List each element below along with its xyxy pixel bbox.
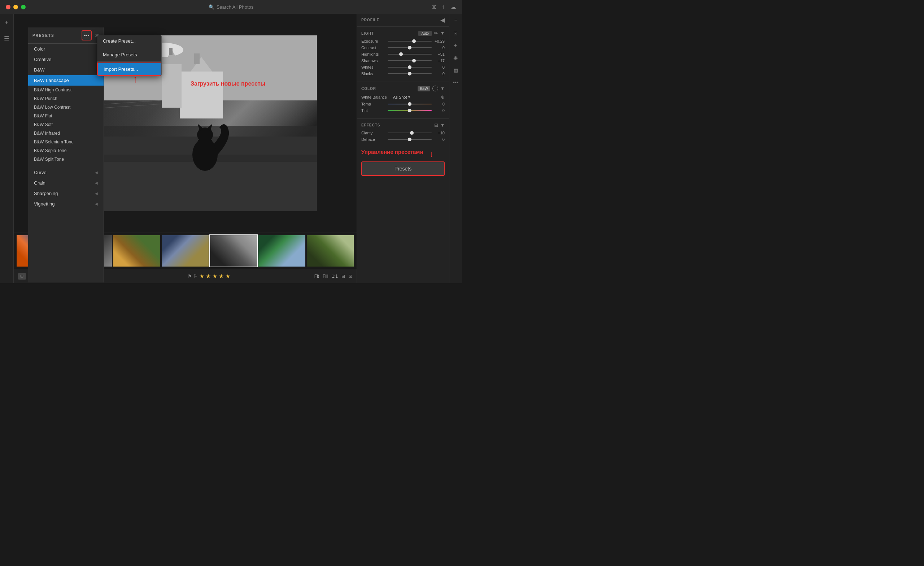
tint-label: Tint: [361, 108, 385, 113]
svg-rect-5: [194, 53, 200, 64]
add-icon[interactable]: +: [2, 18, 11, 27]
filmstrip-thumb-3[interactable]: [113, 235, 160, 266]
svg-rect-6: [162, 64, 182, 108]
create-preset-item[interactable]: Create Preset...: [97, 35, 161, 47]
shadows-row: Shadows +17: [361, 59, 445, 63]
presets-title: PRESETS: [33, 33, 54, 38]
zoom-label[interactable]: 1:1: [332, 274, 338, 279]
star-1[interactable]: ★: [199, 273, 204, 280]
clarity-track[interactable]: [388, 132, 432, 133]
heal-icon[interactable]: ✦: [453, 43, 458, 48]
whites-row: Whites 0: [361, 65, 445, 69]
preset-item-bw-flat[interactable]: B&W Flat: [28, 111, 104, 120]
edit-icon[interactable]: ✏: [434, 30, 438, 36]
profile-header: PROFILE ◀: [357, 14, 449, 27]
grid-view-btn[interactable]: ⊞: [18, 273, 26, 280]
dehaze-track[interactable]: [388, 139, 432, 140]
preset-item-bw-sepia[interactable]: B&W Sepia Tone: [28, 146, 104, 155]
highlights-label: Highlights: [361, 52, 385, 56]
share-icon[interactable]: ↑: [442, 4, 445, 10]
dots-menu-button[interactable]: •••: [82, 30, 92, 41]
eyedropper-icon[interactable]: ⊕: [441, 94, 445, 100]
dehaze-value: 0: [435, 137, 445, 142]
fill-label[interactable]: Fill: [322, 274, 328, 279]
color-chevron-icon[interactable]: ▼: [440, 86, 445, 91]
toolbar-center: ⚑ ⚐ ★ ★ ★ ★ ★: [163, 273, 255, 280]
color-circle-icon[interactable]: [432, 86, 438, 91]
preset-item-bw-selenium[interactable]: B&W Selenium Tone: [28, 138, 104, 146]
clarity-row: Clarity +10: [361, 131, 445, 135]
star-5[interactable]: ★: [225, 273, 230, 280]
temp-track[interactable]: [388, 104, 432, 104]
cloud-icon[interactable]: ☁: [450, 4, 456, 11]
filmstrip-thumb-7[interactable]: [307, 235, 354, 266]
exposure-value: +0,29: [435, 39, 445, 43]
blacks-track[interactable]: [388, 73, 432, 74]
dropdown-divider-2: [97, 62, 161, 62]
shadows-track[interactable]: [388, 60, 432, 61]
preset-category-vignetting[interactable]: Vignetting◀: [28, 199, 104, 209]
whites-track[interactable]: [388, 67, 432, 68]
profile-chevron-icon[interactable]: ◀: [440, 17, 445, 24]
search-bar[interactable]: 🔍 Search All Photos: [208, 5, 254, 10]
effects-chevron-icon[interactable]: ▼: [440, 123, 445, 128]
fit-label[interactable]: Fit: [314, 274, 319, 279]
minimize-button[interactable]: [14, 5, 18, 9]
close-button[interactable]: [6, 5, 10, 9]
preset-item-creative[interactable]: Creative: [28, 54, 104, 65]
filter-icon[interactable]: ⧖: [432, 4, 436, 10]
tint-track[interactable]: [388, 110, 432, 111]
star-2[interactable]: ★: [206, 273, 211, 280]
contrast-track[interactable]: [388, 47, 432, 48]
filmstrip-thumb-4[interactable]: [162, 235, 208, 266]
maximize-button[interactable]: [21, 5, 26, 9]
left-sidebar: + ☰: [0, 14, 14, 283]
temp-value: 0: [435, 102, 445, 106]
preset-category-curve[interactable]: Curve◀: [28, 167, 104, 178]
preset-item-color[interactable]: Color: [28, 44, 104, 54]
preset-item-bw[interactable]: B&W: [28, 65, 104, 75]
star-4[interactable]: ★: [219, 273, 224, 280]
import-presets-item[interactable]: Import Presets...: [97, 62, 161, 76]
preset-category-sharpening[interactable]: Sharpening◀: [28, 188, 104, 199]
crop-icon[interactable]: ⊡: [453, 30, 458, 36]
filmstrip-thumb-5[interactable]: [210, 235, 257, 266]
manage-presets-item[interactable]: Manage Presets: [97, 49, 161, 61]
star-3[interactable]: ★: [212, 273, 217, 280]
svg-rect-8: [169, 48, 172, 55]
grain-arrow-icon: ◀: [95, 181, 98, 185]
compare-icon[interactable]: ⊟: [342, 274, 345, 279]
flag-icon[interactable]: ⚑: [188, 273, 192, 279]
bw-button[interactable]: B&W: [418, 86, 430, 91]
preset-item-bw-split[interactable]: B&W Split Tone: [28, 155, 104, 164]
info-icon[interactable]: ⊡: [349, 274, 352, 279]
blacks-row: Blacks 0: [361, 72, 445, 76]
histogram-icon[interactable]: ≡: [454, 18, 457, 24]
wb-chevron-icon: ▾: [408, 95, 410, 99]
presets-button[interactable]: Presets: [361, 161, 445, 176]
reject-icon[interactable]: ⚐: [194, 273, 198, 279]
filter-icon[interactable]: ▦: [453, 67, 458, 73]
effects-header: EFFECTS ⊟ ▼: [361, 122, 445, 128]
far-right-panel: ≡ ⊡ ✦ ◉ ▦ •••: [449, 14, 462, 283]
preset-item-bw-high-contrast[interactable]: B&W High Contrast: [28, 86, 104, 94]
whites-label: Whites: [361, 65, 385, 69]
preset-item-bw-punch[interactable]: B&W Punch: [28, 94, 104, 103]
light-chevron-icon[interactable]: ▼: [440, 31, 445, 36]
main-content: ⊞ ⊟ □ ☰ ▼ ⚑ ⚐ ★ ★ ★ ★ ★ Fit Fill 1:1 ⊟: [14, 14, 357, 283]
preset-item-bw-low-contrast[interactable]: B&W Low Contrast: [28, 103, 104, 111]
exposure-track[interactable]: [388, 41, 432, 42]
white-balance-label: White Balance: [361, 95, 390, 99]
preset-item-bw-soft[interactable]: B&W Soft: [28, 120, 104, 129]
white-balance-value[interactable]: As Shot ▾: [393, 95, 410, 99]
preset-item-bw-landscape[interactable]: B&W Landscape: [28, 75, 104, 86]
preset-category-grain[interactable]: Grain◀: [28, 178, 104, 188]
auto-button[interactable]: Auto: [418, 31, 432, 36]
book-icon[interactable]: ☰: [2, 34, 11, 43]
redeye-icon[interactable]: ◉: [453, 55, 458, 61]
filmstrip-thumb-6[interactable]: [258, 235, 305, 266]
highlights-track[interactable]: [388, 54, 432, 54]
effects-section: EFFECTS ⊟ ▼ Clarity +10 Dehaze: [357, 119, 449, 158]
dots-icon[interactable]: •••: [453, 80, 458, 85]
preset-item-bw-infrared[interactable]: B&W Infrared: [28, 129, 104, 138]
